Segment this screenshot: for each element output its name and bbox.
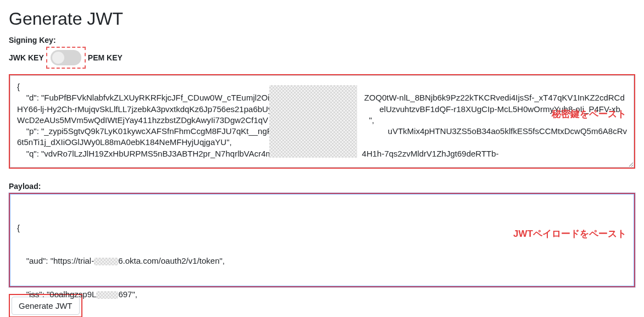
signing-key-box: 秘密鍵をペースト <box>9 74 635 169</box>
jwk-key-option: JWK KEY <box>9 53 44 62</box>
payload-textarea[interactable]: { "aud": "https://trial-6.okta.com/oauth… <box>10 194 634 286</box>
redaction-inline <box>96 291 118 299</box>
redaction-inline <box>94 258 118 265</box>
payload-box: { "aud": "https://trial-6.okta.com/oauth… <box>9 193 635 287</box>
pem-key-option: PEM KEY <box>88 53 123 62</box>
page-title: Generate JWT <box>9 9 635 29</box>
payload-line-aud: "aud": "https://trial-6.okta.com/oauth2/… <box>17 255 627 266</box>
payload-line: { <box>17 223 627 233</box>
toggle-highlight-box <box>46 47 86 69</box>
signing-key-label: Signing Key: <box>9 36 635 45</box>
signing-key-textarea[interactable] <box>10 75 634 168</box>
switch-knob <box>52 52 64 64</box>
payload-label: Payload: <box>9 182 635 191</box>
payload-line-iss: "iss": "0oalhgzsp9L697", <box>17 289 627 300</box>
key-format-switch[interactable] <box>51 50 81 65</box>
key-format-toggle-row: JWK KEY PEM KEY <box>9 47 635 69</box>
